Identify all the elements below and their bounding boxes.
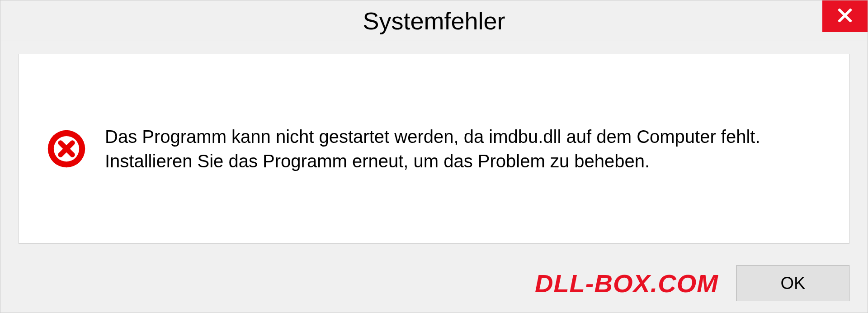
- error-message: Das Programm kann nicht gestartet werden…: [105, 124, 822, 173]
- close-icon: [837, 7, 853, 25]
- watermark-text: DLL-BOX.COM: [535, 269, 718, 298]
- close-button[interactable]: [822, 0, 868, 32]
- title-bar: Systemfehler: [0, 0, 868, 41]
- message-panel: Das Programm kann nicht gestartet werden…: [19, 54, 849, 244]
- content-area: Das Programm kann nicht gestartet werden…: [0, 41, 868, 254]
- error-icon: [46, 128, 87, 169]
- dialog-title: Systemfehler: [363, 7, 505, 35]
- error-dialog: Systemfehler Das Programm kann nicht ges…: [0, 0, 868, 313]
- ok-button[interactable]: OK: [736, 265, 849, 301]
- dialog-footer: DLL-BOX.COM OK: [0, 254, 868, 313]
- ok-button-label: OK: [781, 274, 806, 293]
